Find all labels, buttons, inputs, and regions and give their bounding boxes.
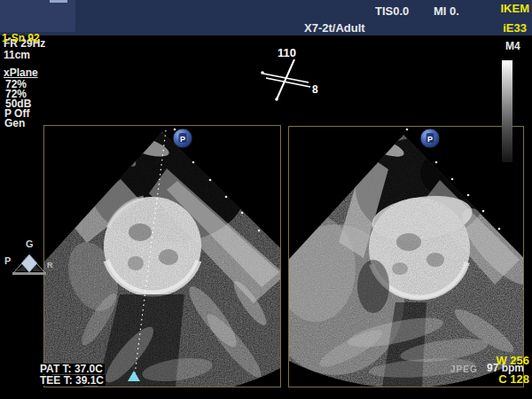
plane-marker-letter: P <box>427 135 433 144</box>
header-notch <box>50 0 67 3</box>
orientation-marker: G P <box>4 238 46 278</box>
institution-label: IKEM <box>501 3 530 14</box>
xplane-angle-indicator: 110 8 <box>248 43 337 105</box>
mi-readout: MI 0. <box>434 5 459 17</box>
probe-temp-readout: TEE T: 39.1C <box>38 375 106 386</box>
right-image-viewport[interactable]: JPEG P <box>288 126 524 387</box>
window-width-readout: W 256 <box>496 355 529 366</box>
depth-readout: 11cm <box>4 50 30 60</box>
preset-label: 1-Sn 92 <box>2 33 40 43</box>
left-sector-image: R P <box>44 126 280 387</box>
optimization-readout: Gen <box>4 118 25 129</box>
patient-temp-readout: PAT T: 37.0C <box>38 364 105 374</box>
jpeg-watermark: JPEG <box>450 364 478 374</box>
orientation-top-label: G <box>26 239 34 249</box>
right-sector-image: JPEG P <box>289 127 523 387</box>
tilt-angle-value: 8 <box>312 83 318 96</box>
ultrasound-screen: TIS0.0 MI 0. IKEM X7-2t/Adult iE33 FR 29… <box>0 0 532 399</box>
left-image-viewport[interactable]: R P <box>43 125 281 387</box>
transducer-label: X7-2t/Adult <box>304 22 365 34</box>
orientation-left-label: P <box>4 256 11 266</box>
plane-marker-letter: P <box>180 135 185 144</box>
tis-readout: TIS0.0 <box>375 5 409 17</box>
plane-marker-sphere: P <box>173 129 192 148</box>
header-patch <box>0 0 75 32</box>
mode-label: xPlane <box>4 67 38 78</box>
system-label: iE33 <box>503 22 527 34</box>
rotation-angle-value: 110 <box>278 46 296 59</box>
plane-marker-sphere: P <box>420 129 440 148</box>
contrast-readout: C 128 <box>498 373 529 385</box>
grayscale-bar <box>502 60 512 162</box>
r-orientation-marker: R <box>47 261 53 270</box>
map-label: M4 <box>505 41 520 51</box>
